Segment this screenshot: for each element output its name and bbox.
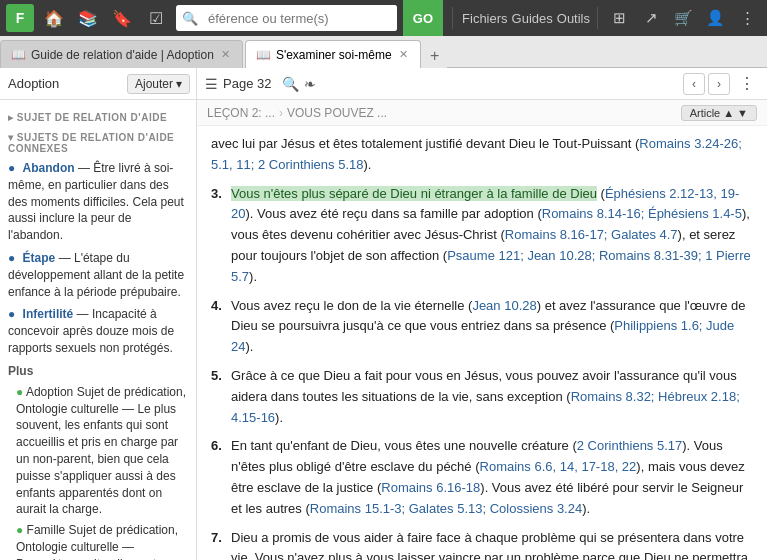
section-connexes: ▾ SUJETS DE RELATION D'AIDE CONNEXES — [0, 126, 196, 157]
tree-icon[interactable]: ❧ — [304, 76, 316, 92]
item4-num: 4. — [211, 296, 222, 317]
ajouter-button[interactable]: Ajouter ▾ — [127, 74, 190, 94]
item3-highlight: Vous n'êtes plus séparé de Dieu ni étran… — [231, 186, 597, 201]
connexe-abandon: ● Abandon — Être livré à soi-même, en pa… — [0, 157, 196, 247]
breadcrumb-vous: VOUS POUVEZ ... — [287, 106, 387, 120]
right-content: avec lui par Jésus et êtes totalement ju… — [197, 126, 767, 560]
connexe-etape: ● Étape — L'étape du développement allan… — [0, 247, 196, 303]
plus-famille: ● Famille Sujet de prédication, Ontologi… — [0, 520, 196, 560]
home-icon[interactable]: 🏠 — [40, 4, 68, 32]
left-toolbar: Adoption Ajouter ▾ — [0, 68, 196, 100]
plus-label: Plus — [0, 360, 196, 382]
check-icon[interactable]: ☑ — [142, 4, 170, 32]
plus-adoption-link[interactable]: Adoption — [26, 385, 73, 399]
go-button[interactable]: GO — [403, 0, 443, 36]
cart-icon[interactable]: 🛒 — [669, 4, 697, 32]
plus-adoption-desc: Sujet de prédication, Ontologie culturel… — [16, 385, 186, 517]
ref-rom324[interactable]: Romains 3.24-26; 5.1, 11; 2 Corinthiens … — [211, 136, 742, 172]
hamburger-icon[interactable]: ☰ — [205, 76, 218, 92]
ref-rom814[interactable]: Romains 8.14-16; Éphésiens 1.4-5 — [542, 206, 742, 221]
left-content: ▸ SUJET DE RELATION D'AIDE ▾ SUJETS DE R… — [0, 100, 196, 560]
user-icon[interactable]: 👤 — [701, 4, 729, 32]
ref-jean1028[interactable]: Jean 10.28 — [472, 298, 536, 313]
more-vert-icon[interactable]: ⋮ — [733, 4, 761, 32]
content-item6: 6. En tant qu'enfant de Dieu, vous êtes … — [211, 436, 753, 519]
search-icon-right[interactable]: 🔍 — [282, 76, 299, 92]
ref-phil16[interactable]: Philippiens 1.6; Jude 24 — [231, 318, 734, 354]
search-bar: 🔍 — [176, 5, 397, 31]
outils-label[interactable]: Outils — [557, 11, 590, 26]
item3-num: 3. — [211, 184, 222, 205]
bookmark-icon[interactable]: 🔖 — [108, 4, 136, 32]
ref-ps121[interactable]: Psaume 121; Jean 10.28; Romains 8.31-39;… — [231, 248, 751, 284]
connexe-abandon-link[interactable]: Abandon — [23, 161, 75, 175]
tab-examiner-close[interactable]: ✕ — [397, 47, 410, 62]
right-toolbar: ☰ Page 32 🔍 ❧ ‹ › ⋮ — [197, 68, 767, 100]
share-icon[interactable]: ↗ — [637, 4, 665, 32]
breadcrumb: LEÇON 2: ... › VOUS POUVEZ ... Article ▲… — [197, 100, 767, 126]
fichiers-label[interactable]: Fichiers — [462, 11, 508, 26]
search-input[interactable] — [204, 5, 397, 31]
grid-icon[interactable]: ⊞ — [605, 4, 633, 32]
content-item3: 3. Vous n'êtes plus séparé de Dieu ni ét… — [211, 184, 753, 288]
item7-num: 7. — [211, 528, 222, 549]
guides-label[interactable]: Guides — [512, 11, 553, 26]
tab-guide[interactable]: 📖 Guide de relation d'aide | Adoption ✕ — [0, 40, 243, 68]
connexe-etape-link[interactable]: Étape — [23, 251, 56, 265]
search-icon: 🔍 — [176, 11, 204, 26]
content-intro: avec lui par Jésus et êtes totalement ju… — [211, 134, 753, 176]
connexe-infertilite: ● Infertilité — Incapacité à concevoir a… — [0, 303, 196, 359]
ref-2cor517[interactable]: 2 Corinthiens 5.17 — [577, 438, 683, 453]
plus-adoption: ● Adoption Sujet de prédication, Ontolog… — [0, 382, 196, 520]
tab-examiner-label: S'examiner soi-même — [276, 48, 392, 62]
breadcrumb-lecon: LEÇON 2: ... — [207, 106, 275, 120]
ajouter-label: Ajouter — [135, 77, 173, 91]
article-badge[interactable]: Article ▲ ▼ — [681, 105, 757, 121]
page-label: Page 32 — [223, 76, 271, 91]
main-area: Adoption Ajouter ▾ ▸ SUJET DE RELATION D… — [0, 68, 767, 560]
tab-guide-close[interactable]: ✕ — [219, 47, 232, 62]
content-item5: 5. Grâce à ce que Dieu a fait pour vous … — [211, 366, 753, 428]
breadcrumb-sep: › — [279, 106, 283, 120]
ref-rom616[interactable]: Romains 6.16-18 — [381, 480, 480, 495]
tab-examiner-icon: 📖 — [256, 48, 271, 62]
ref-rom151[interactable]: Romains 15.1-3; Galates 5.13; Colossiens… — [310, 501, 582, 516]
tabs-row: 📖 Guide de relation d'aide | Adoption ✕ … — [0, 36, 767, 68]
article-arrow-up: ▲ — [723, 107, 734, 119]
tab-examiner[interactable]: 📖 S'examiner soi-même ✕ — [245, 40, 421, 68]
ref-rom816[interactable]: Romains 8.16-17; Galates 4.7 — [505, 227, 678, 242]
left-panel: Adoption Ajouter ▾ ▸ SUJET DE RELATION D… — [0, 68, 197, 560]
connexe-infertilite-link[interactable]: Infertilité — [23, 307, 74, 321]
nav-arrows: ‹ › — [683, 73, 730, 95]
content-item7: 7. Dieu a promis de vous aider à faire f… — [211, 528, 753, 560]
ref-rom66[interactable]: Romains 6.6, 14, 17-18, 22 — [480, 459, 637, 474]
library-icon[interactable]: 📚 — [74, 4, 102, 32]
nav-prev-button[interactable]: ‹ — [683, 73, 705, 95]
tab-guide-icon: 📖 — [11, 48, 26, 62]
article-label: Article — [690, 107, 721, 119]
add-tab-button[interactable]: + — [423, 44, 447, 68]
separator2 — [597, 7, 598, 29]
right-toolbar-icons: Fichiers Guides Outils ⊞ ↗ 🛒 👤 ⋮ — [462, 4, 761, 32]
content-item4: 4. Vous avez reçu le don de la vie étern… — [211, 296, 753, 358]
nav-next-button[interactable]: › — [708, 73, 730, 95]
item6-num: 6. — [211, 436, 222, 457]
plus-famille-link[interactable]: Famille — [27, 523, 66, 537]
right-panel: ☰ Page 32 🔍 ❧ ‹ › ⋮ LEÇON 2: ... › VOUS … — [197, 68, 767, 560]
item5-num: 5. — [211, 366, 222, 387]
separator — [452, 7, 453, 29]
ref-rom832[interactable]: Romains 8.32; Hébreux 2.18; 4.15-16 — [231, 389, 740, 425]
section-sujet: ▸ SUJET DE RELATION D'AIDE — [0, 106, 196, 126]
more-options-icon[interactable]: ⋮ — [735, 74, 759, 93]
top-toolbar: F 🏠 📚 🔖 ☑ 🔍 GO Fichiers Guides Outils ⊞ … — [0, 0, 767, 36]
tab-guide-label: Guide de relation d'aide | Adoption — [31, 48, 214, 62]
article-arrow-down: ▼ — [737, 107, 748, 119]
app-logo-icon[interactable]: F — [6, 4, 34, 32]
ajouter-arrow-icon: ▾ — [176, 77, 182, 91]
adoption-title: Adoption — [6, 76, 123, 91]
